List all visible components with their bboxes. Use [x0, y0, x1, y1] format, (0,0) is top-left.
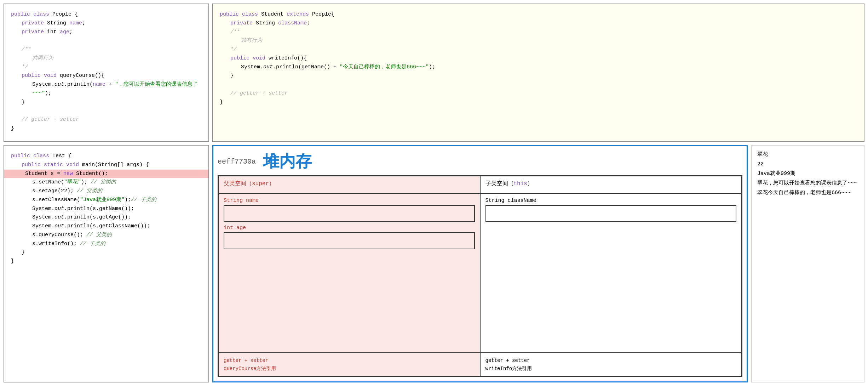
blank-line	[11, 107, 201, 115]
code-line: */	[11, 63, 201, 72]
code-line: public class Student extends People{	[220, 10, 857, 19]
people-class-panel: public class People { private String nam…	[4, 4, 209, 142]
code-line: System.out.println(s.getAge());	[11, 213, 201, 222]
highlighted-code-line: Student s = new Student();	[4, 170, 208, 178]
code-line: s.setClassName("Java就业999期");// 子类的	[11, 196, 201, 205]
output-line-1: 翠花	[757, 150, 858, 159]
output-line-5: 翠花今天自己棒棒的，老师也是666~~~	[757, 188, 858, 198]
blank-line	[11, 36, 201, 45]
code-line: }	[11, 124, 201, 133]
child-methods-cell: getter + setterwriteInfo方法引用	[480, 353, 742, 376]
code-line: s.writeInfo(); // 子类的	[11, 240, 201, 249]
output-line-3: Java就业999期	[757, 169, 858, 178]
code-line: public class People {	[11, 10, 201, 19]
heap-title: 堆内存	[263, 151, 312, 172]
output-line-4: 翠花，您可以开始查看您的课表信息了~~~	[757, 178, 858, 188]
heap-table: 父类空间（super） 子类空间（this） String name int a…	[218, 175, 742, 377]
parent-field1-box	[224, 205, 475, 222]
child-space-label: 子类空间（this）	[485, 180, 737, 187]
child-fields-cell: String className	[480, 194, 742, 353]
code-line: public void queryCourse(){	[11, 72, 201, 80]
class-name: People {	[52, 11, 78, 17]
code-line: */	[220, 45, 857, 54]
parent-methods: getter + setterqueryCourse方法引用	[224, 357, 475, 373]
code-line: public static void main(String[] args) {	[11, 161, 201, 170]
child-field1-label: String className	[485, 198, 737, 204]
heap-address: eeff7730a	[218, 158, 256, 166]
code-line: }	[220, 98, 857, 107]
code-line: s.setAge(22); // 父类的	[11, 187, 201, 196]
heap-header: eeff7730a 堆内存	[218, 151, 742, 172]
student-class-panel: public class Student extends People{ pri…	[212, 4, 864, 142]
test-class-panel: public class Test { public static void m…	[4, 145, 209, 382]
code-line: public class Test {	[11, 152, 201, 161]
parent-field2-box	[224, 232, 475, 249]
parent-field2-label: int age	[224, 225, 475, 231]
parent-field1-label: String name	[224, 198, 475, 204]
code-line: System.out.println(s.getName());	[11, 205, 201, 214]
code-line: System.out.println(getName() + "今天自己棒棒的，…	[220, 63, 857, 72]
code-line: private String name;	[11, 19, 201, 28]
child-space-header: 子类空间（this）	[480, 176, 742, 194]
code-line: private String className;	[220, 19, 857, 28]
code-line: System.out.println(name + "，您可以开始查看您的课表信…	[11, 80, 201, 98]
parent-methods-cell: getter + setterqueryCourse方法引用	[218, 353, 480, 376]
code-line: 共同行为	[11, 54, 201, 63]
code-line: /**	[220, 28, 857, 37]
code-line: // getter + setter	[11, 115, 201, 124]
code-line: // getter + setter	[220, 89, 857, 98]
blank-line	[220, 80, 857, 89]
code-line: System.out.println(s.getClassName());	[11, 222, 201, 231]
heap-diagram: eeff7730a 堆内存 父类空间（super） 子类空间（this） Str…	[212, 145, 748, 382]
parent-space-header: 父类空间（super）	[218, 176, 480, 194]
output-line-2: 22	[757, 159, 858, 169]
keyword: class	[33, 11, 52, 17]
parent-fields-cell: String name int age	[218, 194, 480, 353]
code-line: /**	[11, 45, 201, 54]
keyword: public	[11, 11, 33, 17]
main-layout: public class People { private String nam…	[4, 4, 864, 382]
code-line: s.setName("翠花"); // 父类的	[11, 178, 201, 187]
code-line: public void writeInfo(){	[220, 54, 857, 63]
code-line: private int age;	[11, 28, 201, 37]
code-line: }	[220, 72, 857, 80]
output-panel: 翠花 22 Java就业999期 翠花，您可以开始查看您的课表信息了~~~ 翠花…	[751, 145, 864, 382]
code-line: 独有行为	[220, 36, 857, 45]
code-line: }	[11, 98, 201, 107]
parent-space-label: 父类空间（super）	[224, 180, 475, 187]
child-methods: getter + setterwriteInfo方法引用	[485, 357, 737, 373]
child-field1-box	[485, 205, 737, 222]
code-line: }	[11, 257, 201, 266]
code-line: s.queryCourse(); // 父类的	[11, 231, 201, 240]
code-line: }	[11, 248, 201, 257]
